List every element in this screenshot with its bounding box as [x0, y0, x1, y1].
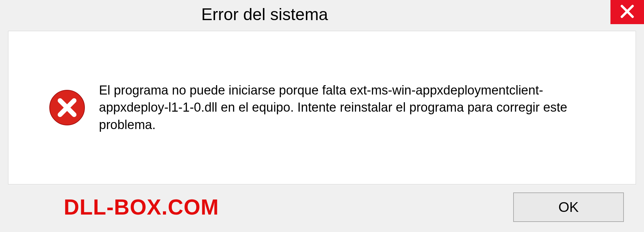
dialog-title: Error del sistema [0, 0, 328, 24]
titlebar: Error del sistema [0, 0, 644, 31]
close-icon [620, 4, 635, 20]
watermark-text: DLL-BOX.COM [64, 195, 219, 220]
close-button[interactable] [610, 0, 644, 24]
ok-button[interactable]: OK [513, 192, 624, 222]
error-dialog: Error del sistema El programa no puede i… [0, 0, 644, 232]
error-message: El programa no puede iniciarse porque fa… [99, 82, 602, 133]
ok-button-label: OK [558, 199, 579, 215]
content-panel: El programa no puede iniciarse porque fa… [8, 31, 636, 184]
dialog-footer: DLL-BOX.COM OK [0, 192, 644, 232]
error-icon [49, 89, 86, 126]
